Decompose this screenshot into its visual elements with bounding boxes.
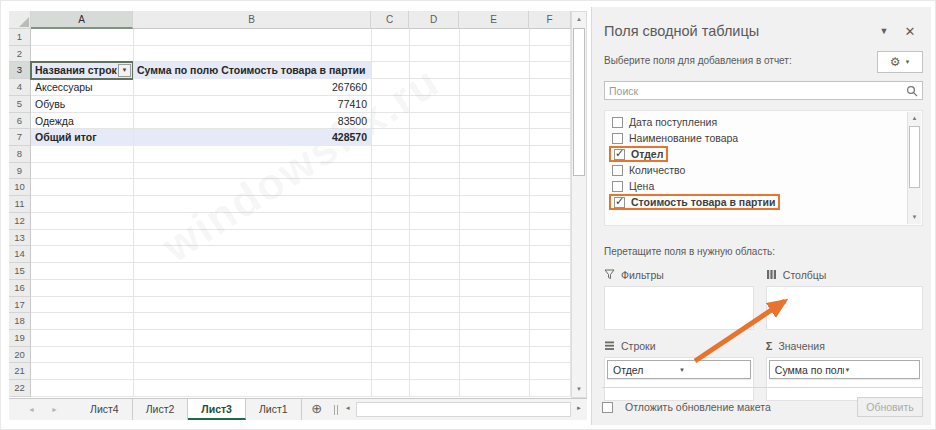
cell-A7-grand-total[interactable]: Общий итог	[31, 129, 133, 146]
scroll-up-icon[interactable]: ▲	[572, 12, 586, 27]
row-header-9[interactable]: 9	[9, 163, 31, 180]
values-field-pill[interactable]: Сумма по полю Стоимост... ▼	[769, 360, 920, 379]
field-item-price[interactable]: Цена	[609, 178, 902, 194]
column-header-A[interactable]: A	[31, 11, 133, 29]
row-header-19[interactable]: 19	[9, 330, 31, 347]
row-header-3[interactable]: 3	[9, 62, 31, 79]
cell-A6[interactable]: Одежда	[31, 113, 133, 130]
panel-options-chevron-icon[interactable]: ▼	[871, 26, 897, 36]
field-item-product-name[interactable]: Наименование товара	[609, 130, 902, 146]
field-item-department[interactable]: Отдел	[609, 146, 902, 162]
new-sheet-icon[interactable]: ⊕	[302, 399, 332, 420]
prev-sheet-icon[interactable]: ◄	[28, 406, 35, 413]
vertical-scrollbar-thumb[interactable]	[573, 28, 585, 176]
row-labels-filter-dropdown[interactable]: ▼	[118, 64, 131, 77]
vertical-scrollbar[interactable]: ▲ ▼	[571, 11, 587, 398]
filters-label: Фильтры	[621, 269, 664, 281]
field-item-quantity[interactable]: Количество	[609, 162, 902, 178]
rows-field-pill[interactable]: Отдел ▼	[607, 360, 751, 379]
sheet-tab-list2[interactable]: Лист2	[133, 399, 189, 420]
search-box	[604, 81, 923, 100]
checkbox-unchecked[interactable]	[612, 133, 623, 144]
row-header-2[interactable]: 2	[9, 46, 31, 63]
sheet-nav-arrows[interactable]: ◄ ►	[9, 399, 77, 420]
row-header-18[interactable]: 18	[9, 313, 31, 330]
checkbox-unchecked[interactable]	[612, 181, 623, 192]
search-icon[interactable]	[906, 85, 918, 97]
columns-area: Столбцы	[766, 267, 923, 330]
panel-footer: Отложить обновление макета Обновить	[602, 387, 923, 417]
row-header-5[interactable]: 5	[9, 96, 31, 113]
row-header-12[interactable]: 12	[9, 213, 31, 230]
rows-label: Строки	[621, 340, 656, 352]
cell-B3-values-header[interactable]: Сумма по полю Стоимость товара в партии	[133, 62, 371, 79]
column-header-E[interactable]: E	[459, 11, 529, 29]
column-header-F[interactable]: F	[529, 11, 571, 29]
excel-window: ABCDEF 123456789101112131415161718192021…	[0, 0, 936, 430]
field-item-date[interactable]: Дата поступления	[609, 114, 902, 130]
row-header-16[interactable]: 16	[9, 280, 31, 297]
checkbox-checked[interactable]	[614, 149, 625, 160]
pill-dropdown-icon[interactable]: ▼	[679, 367, 745, 373]
grid-cells[interactable]: windowsfix.ru Названия строк ▼ Сумма по …	[31, 29, 571, 397]
checkbox-unchecked[interactable]	[602, 402, 613, 413]
row-header-22[interactable]: 22	[9, 380, 31, 397]
horizontal-scrollbar[interactable]	[356, 402, 571, 417]
defer-layout-update[interactable]: Отложить обновление макета	[602, 401, 857, 413]
field-list-scrollbar[interactable]: ▲ ▼	[907, 112, 921, 224]
chevron-down-icon: ▼	[904, 59, 910, 65]
pill-dropdown-icon[interactable]: ▼	[844, 367, 914, 373]
filters-area: Фильтры	[604, 267, 754, 330]
row-header-1[interactable]: 1	[9, 29, 31, 46]
row-header-21[interactable]: 21	[9, 363, 31, 380]
columns-drop-box[interactable]	[766, 286, 923, 330]
field-item-batch-cost[interactable]: Стоимость товара в партии	[609, 194, 902, 210]
cell-B7-grand-total[interactable]: 428570	[133, 129, 371, 146]
select-all-corner[interactable]	[9, 11, 31, 29]
row-header-14[interactable]: 14	[9, 246, 31, 263]
panel-title: Поля сводной таблицы	[604, 23, 871, 39]
tab-scroll-splitter[interactable]	[332, 399, 340, 420]
column-header-D[interactable]: D	[409, 11, 459, 29]
filters-drop-box[interactable]	[604, 286, 754, 330]
cell-A3-row-labels[interactable]: Названия строк ▼	[31, 62, 133, 79]
sheet-tab-list4[interactable]: Лист4	[77, 399, 133, 420]
row-header-4[interactable]: 4	[9, 79, 31, 96]
row-header-17[interactable]: 17	[9, 297, 31, 314]
next-sheet-icon[interactable]: ►	[51, 406, 58, 413]
drag-hint: Перетащите поля в нужную область:	[604, 246, 923, 257]
scroll-down-icon[interactable]: ▼	[908, 211, 921, 224]
panel-close-icon[interactable]: ✕	[897, 24, 923, 39]
checkbox-checked[interactable]	[614, 197, 625, 208]
row-header-15[interactable]: 15	[9, 263, 31, 280]
cell-B4[interactable]: 267660	[133, 79, 371, 96]
row-header-13[interactable]: 13	[9, 230, 31, 247]
update-button-disabled[interactable]: Обновить	[857, 397, 923, 417]
cell-A5[interactable]: Обувь	[31, 96, 133, 113]
cell-A4[interactable]: Аксессуары	[31, 79, 133, 96]
hscroll-left-icon[interactable]: ◄	[340, 399, 356, 420]
scroll-up-icon[interactable]: ▲	[908, 112, 921, 125]
sheet-tab-list3-active[interactable]: Лист3	[188, 399, 246, 420]
sheet-tab-list1[interactable]: Лист1	[246, 399, 302, 420]
row-header-6[interactable]: 6	[9, 113, 31, 130]
gridline	[529, 29, 530, 397]
gridline	[371, 29, 372, 397]
checkbox-unchecked[interactable]	[612, 117, 623, 128]
row-header-10[interactable]: 10	[9, 179, 31, 196]
row-header-20[interactable]: 20	[9, 347, 31, 364]
row-header-7[interactable]: 7	[9, 129, 31, 146]
row-header-8[interactable]: 8	[9, 146, 31, 163]
field-list-scrollbar-thumb[interactable]	[909, 126, 920, 188]
row-header-11[interactable]: 11	[9, 196, 31, 213]
column-header-B[interactable]: B	[133, 11, 371, 29]
column-header-C[interactable]: C	[371, 11, 409, 29]
scroll-down-icon[interactable]: ▼	[572, 382, 586, 397]
search-input[interactable]	[609, 85, 906, 97]
cell-B6[interactable]: 83500	[133, 113, 371, 130]
cell-B5[interactable]: 77410	[133, 96, 371, 113]
checkbox-unchecked[interactable]	[612, 165, 623, 176]
hscroll-right-icon[interactable]: ►	[571, 399, 587, 420]
columns-label: Столбцы	[783, 269, 827, 281]
tools-button[interactable]: ⚙ ▼	[877, 51, 923, 73]
